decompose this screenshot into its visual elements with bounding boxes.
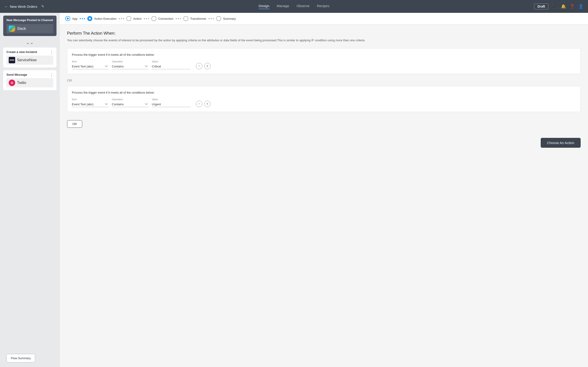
svg-rect-0 bbox=[10, 27, 11, 28]
notifications-icon[interactable]: 🔔 bbox=[561, 4, 566, 9]
remove-condition-2[interactable]: − bbox=[196, 101, 202, 107]
nav-right: Draft ⬛ 🔔 ❓ 👤 bbox=[534, 3, 583, 9]
value-label-1: Value bbox=[152, 60, 190, 63]
value-label-2: Value bbox=[152, 98, 190, 101]
condition-box-2-title: Process the trigger event if it meets al… bbox=[72, 91, 576, 94]
servicenow-icon: now bbox=[9, 57, 15, 63]
dots-5 bbox=[208, 18, 214, 19]
dot bbox=[84, 18, 85, 19]
tab-recipes[interactable]: Recipes bbox=[317, 4, 329, 9]
slack-icon bbox=[9, 25, 15, 32]
add-condition-1[interactable]: + bbox=[204, 63, 211, 69]
twilio-name: Twilio bbox=[17, 81, 26, 85]
step-circle-summary bbox=[216, 16, 221, 21]
operation-col-1: Operation Contains bbox=[112, 60, 149, 69]
value-col-2: Value bbox=[152, 98, 190, 107]
top-nav: ← New Work Orders ✎ Design Manage Observ… bbox=[0, 0, 588, 13]
flow-summary-button[interactable]: Flow Summary bbox=[6, 354, 35, 362]
step-label-summary: Summary bbox=[223, 17, 236, 20]
dots-1 bbox=[80, 18, 85, 19]
help-icon[interactable]: ❓ bbox=[570, 4, 575, 9]
step-summary[interactable]: Summary bbox=[216, 16, 236, 21]
tab-design[interactable]: Design bbox=[259, 4, 269, 9]
step-circle-connection bbox=[151, 16, 156, 21]
step-connection[interactable]: Connection bbox=[151, 16, 173, 21]
or-add-button[interactable]: OR bbox=[67, 120, 82, 128]
edit-icon[interactable]: ✎ bbox=[41, 4, 44, 8]
step-nav: App Action Execution Action bbox=[60, 13, 588, 25]
svg-rect-2 bbox=[10, 29, 11, 30]
step-circle-action bbox=[126, 16, 131, 21]
step-action-execution[interactable]: Action Execution bbox=[87, 16, 116, 21]
twilio-app: ⊙ Twilio bbox=[6, 78, 53, 87]
add-condition-2[interactable]: + bbox=[204, 101, 211, 107]
back-arrow-icon: ← bbox=[5, 5, 8, 8]
dots-4 bbox=[176, 18, 181, 19]
step-label-action: Action bbox=[133, 17, 141, 20]
operation-select-2[interactable]: Contains bbox=[112, 102, 149, 107]
card-menu-dots-incident[interactable]: ⋮ bbox=[50, 50, 54, 55]
dot bbox=[211, 18, 212, 19]
perform-desc: You can selectively choose the events of… bbox=[67, 38, 581, 43]
trigger-card-app: Slack bbox=[6, 24, 53, 33]
trigger-card-title: New Message Posted to Channel bbox=[6, 18, 53, 22]
condition-actions-2: − + bbox=[196, 101, 211, 107]
draft-badge: Draft bbox=[534, 3, 548, 9]
or-separator: OR bbox=[67, 79, 581, 82]
condition-actions-1: − + bbox=[196, 63, 211, 69]
sidebar-chevron: ⌄⌄ bbox=[0, 40, 60, 45]
operation-select-1[interactable]: Contains bbox=[112, 64, 149, 69]
step-transformer[interactable]: Transformer bbox=[183, 16, 206, 21]
item-select-2[interactable]: Event Text (abc) bbox=[72, 102, 109, 107]
step-app[interactable]: App bbox=[65, 16, 78, 21]
dot bbox=[123, 18, 124, 19]
svg-rect-1 bbox=[12, 27, 14, 28]
remove-condition-1[interactable]: − bbox=[196, 63, 202, 69]
item-label-2: Item bbox=[72, 98, 109, 101]
dot bbox=[176, 18, 177, 19]
user-icon[interactable]: 👤 bbox=[578, 4, 583, 9]
sidebar: New Message Posted to Channel Slack ⌄⌄ ⋮… bbox=[0, 13, 60, 367]
condition-box-1-title: Process the trigger event if it meets al… bbox=[72, 53, 576, 56]
tab-observe[interactable]: Observe bbox=[296, 4, 310, 9]
create-incident-card[interactable]: ⋮ Create a new Incident now ServiceNow bbox=[3, 48, 57, 67]
page-title: New Work Orders bbox=[10, 5, 37, 8]
condition-box-1: Process the trigger event if it meets al… bbox=[67, 48, 581, 74]
step-label-connection: Connection bbox=[158, 17, 173, 20]
servicenow-app: now ServiceNow bbox=[6, 56, 53, 65]
tab-manage[interactable]: Manage bbox=[277, 4, 289, 9]
main-content: App Action Execution Action bbox=[60, 13, 588, 367]
operation-col-2: Operation Contains bbox=[112, 98, 149, 107]
card-menu-dots-message[interactable]: ⋮ bbox=[50, 73, 54, 77]
step-circle-transformer bbox=[183, 16, 188, 21]
step-label-action-execution: Action Execution bbox=[94, 17, 116, 20]
send-message-title: Send Message bbox=[6, 73, 53, 76]
content-area: Perform The Action When: You can selecti… bbox=[60, 25, 588, 140]
choose-action-button[interactable]: Choose An Action bbox=[541, 138, 581, 148]
trigger-card[interactable]: New Message Posted to Channel Slack bbox=[3, 16, 57, 36]
dot bbox=[119, 18, 120, 19]
operation-label-1: Operation bbox=[112, 60, 149, 63]
dot bbox=[208, 18, 210, 19]
operation-label-2: Operation bbox=[112, 98, 149, 101]
step-action[interactable]: Action bbox=[126, 16, 141, 21]
item-select-1[interactable]: Event Text (abc) bbox=[72, 64, 109, 69]
svg-rect-3 bbox=[12, 29, 14, 30]
dot bbox=[82, 18, 83, 19]
dot bbox=[148, 18, 149, 19]
value-input-2[interactable] bbox=[152, 102, 190, 107]
perform-title: Perform The Action When: bbox=[67, 31, 581, 36]
dot bbox=[180, 18, 181, 19]
item-col-2: Item Event Text (abc) bbox=[72, 98, 109, 107]
step-label-transformer: Transformer bbox=[190, 17, 206, 20]
send-message-card[interactable]: ⋮ Send Message ⊙ Twilio bbox=[3, 70, 57, 90]
dots-3 bbox=[144, 18, 149, 19]
dot bbox=[213, 18, 214, 19]
step-label-app: App bbox=[72, 17, 78, 20]
back-button[interactable]: ← New Work Orders ✎ bbox=[5, 4, 44, 8]
top-nav-tabs: Design Manage Observe Recipes bbox=[259, 4, 329, 9]
external-link-icon[interactable]: ⬛ bbox=[552, 4, 557, 9]
main-layout: New Message Posted to Channel Slack ⌄⌄ ⋮… bbox=[0, 13, 588, 367]
condition-box-2: Process the trigger event if it meets al… bbox=[67, 86, 581, 112]
value-input-1[interactable] bbox=[152, 64, 190, 69]
